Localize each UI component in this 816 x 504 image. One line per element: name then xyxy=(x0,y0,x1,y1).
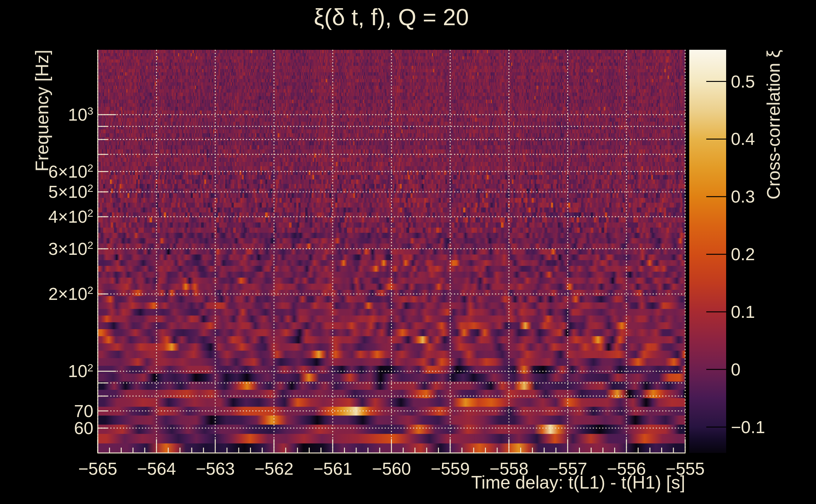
x-tick-label: −559 xyxy=(431,457,470,481)
y-tick-label: 4×102 xyxy=(48,205,93,229)
y-tick-label: 102 xyxy=(68,359,93,383)
y-axis-label: Frequency [Hz] xyxy=(32,50,52,171)
x-tick-label: −562 xyxy=(255,457,294,481)
x-tick-label: −565 xyxy=(78,457,117,481)
x-tick-label: −558 xyxy=(489,457,528,481)
plot-title: ξ(δ t, f), Q = 20 xyxy=(314,4,469,31)
colorbar-axis-label: Cross-correlation ξ xyxy=(763,50,784,199)
colorbar-tick-label: 0.4 xyxy=(731,127,755,151)
x-tick-label: −563 xyxy=(196,457,235,481)
x-tick-label: −564 xyxy=(137,457,176,481)
x-tick-label: −555 xyxy=(666,457,705,481)
y-tick-label: 3×102 xyxy=(48,237,93,261)
colorbar-tick-label: 0 xyxy=(731,358,741,381)
correlation-heatmap-canvas xyxy=(0,0,816,504)
y-tick-label: 103 xyxy=(68,103,93,127)
x-tick-label: −557 xyxy=(548,457,587,481)
x-tick-label: −556 xyxy=(607,457,646,481)
x-tick-label: −560 xyxy=(372,457,411,481)
y-tick-label: 5×102 xyxy=(48,180,93,204)
colorbar-tick-label: 0.2 xyxy=(731,242,755,266)
y-tick-label: 60 xyxy=(74,416,93,440)
colorbar-tick-label: 0.3 xyxy=(731,185,755,209)
y-tick-label: 2×102 xyxy=(48,282,93,306)
colorbar-tick-label: 0.5 xyxy=(731,70,755,94)
colorbar-tick-label: 0.1 xyxy=(731,300,755,324)
x-tick-label: −561 xyxy=(313,457,352,481)
colorbar-tick-label: −0.1 xyxy=(731,415,765,439)
